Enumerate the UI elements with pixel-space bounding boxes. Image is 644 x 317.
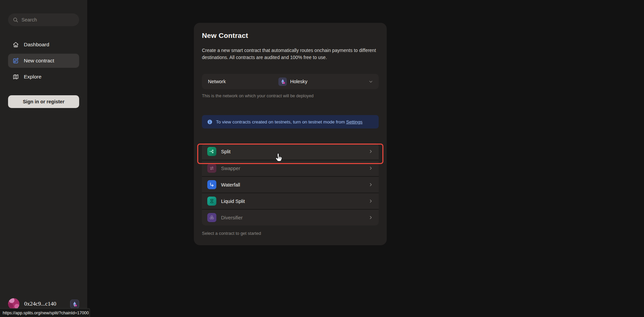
select-contract-hint: Select a contract to get started — [202, 231, 379, 236]
chevron-right-icon — [368, 215, 373, 220]
sidebar-item-explore[interactable]: Explore — [8, 70, 79, 84]
diversifier-icon — [207, 213, 216, 222]
chevron-down-icon — [368, 79, 373, 84]
network-value: Holesky — [278, 77, 308, 86]
sidebar-item-dashboard[interactable]: Dashboard — [8, 38, 79, 52]
sidebar-item-new-contract[interactable]: New contract — [8, 54, 79, 68]
search-bar[interactable] — [8, 13, 79, 26]
chevron-right-icon — [368, 149, 373, 154]
contract-option-swapper[interactable]: Swapper — [202, 160, 379, 176]
contract-option-label: Liquid Split — [221, 199, 245, 204]
wallet-address: 0x24c9...c140 — [24, 301, 65, 307]
info-icon — [207, 119, 213, 125]
chevron-right-icon — [368, 166, 373, 171]
banner-text: To view contracts created on testnets, t… — [216, 119, 363, 124]
network-select[interactable]: Network Holesky — [202, 74, 379, 89]
page-title: New Contract — [202, 32, 379, 40]
chevron-right-icon — [368, 182, 373, 187]
sidebar-nav: Dashboard New contract Explore — [0, 38, 87, 84]
testnet-info-banner: To view contracts created on testnets, t… — [202, 115, 379, 128]
chain-badge[interactable] — [70, 300, 79, 309]
waterfall-icon — [207, 180, 216, 189]
contract-option-label: Diversifier — [221, 215, 243, 220]
avatar[interactable] — [8, 298, 19, 310]
home-icon — [12, 41, 19, 48]
contract-option-waterfall[interactable]: Waterfall — [202, 176, 379, 193]
holesky-ethereum-icon — [278, 77, 287, 86]
settings-link[interactable]: Settings — [346, 119, 363, 124]
search-input[interactable] — [21, 17, 74, 22]
contract-option-split[interactable]: Split — [202, 143, 379, 160]
chevron-right-icon — [368, 199, 373, 204]
split-icon — [207, 147, 216, 156]
sign-in-button[interactable]: Sign in or register — [8, 95, 79, 108]
network-label: Network — [208, 79, 226, 84]
contract-type-list: Split Swapper Waterfall — [202, 143, 379, 225]
link-status-bar: https://app.splits.org/new/split/?chainI… — [0, 308, 90, 317]
pencil-icon — [12, 57, 19, 64]
network-helper-text: This is the network on which your contra… — [202, 93, 379, 98]
sidebar-item-label: Explore — [24, 74, 42, 80]
modal-description: Create a new smart contract that automat… — [202, 47, 378, 61]
sidebar-item-label: New contract — [24, 58, 54, 64]
new-contract-modal: New Contract Create a new smart contract… — [194, 23, 387, 245]
network-value-label: Holesky — [290, 79, 308, 84]
contract-option-liquid-split[interactable]: Liquid Split — [202, 193, 379, 209]
contract-option-label: Waterfall — [221, 182, 240, 188]
swap-icon — [207, 164, 216, 173]
search-icon — [13, 17, 18, 23]
contract-option-label: Swapper — [221, 166, 240, 171]
map-icon — [12, 73, 19, 81]
ethereum-icon — [71, 301, 78, 307]
status-url: https://app.splits.org/new/split/?chainI… — [3, 311, 89, 315]
sidebar: Dashboard New contract Explore Sign in o… — [0, 0, 87, 317]
contract-option-label: Split — [221, 149, 230, 154]
liquid-split-icon — [207, 197, 216, 206]
contract-option-diversifier[interactable]: Diversifier — [202, 209, 379, 225]
sidebar-item-label: Dashboard — [24, 42, 49, 48]
